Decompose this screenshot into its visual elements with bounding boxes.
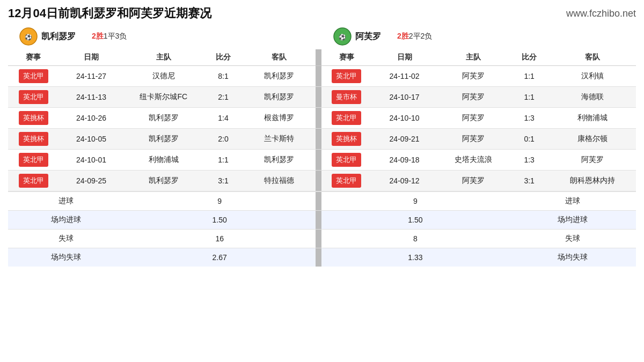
- avg-goals-row: 场均进球 1.50 1.50 场均进球: [8, 211, 636, 230]
- right-league-badge: 英挑杯: [321, 129, 372, 150]
- left-league-label: 英北甲: [19, 90, 48, 104]
- right-team-icon: ⚽: [333, 27, 352, 46]
- right-score: 1:1: [509, 66, 549, 87]
- right-league-label: 英北甲: [332, 111, 361, 125]
- left-score: 3:1: [203, 171, 243, 191]
- right-date: 24-11-02: [372, 66, 437, 87]
- right-conceded-value: 8: [321, 230, 509, 248]
- left-avg-conceded-label: 场均失球: [8, 248, 124, 267]
- left-league-label: 英北甲: [19, 174, 48, 188]
- right-goals-label: 进球: [509, 192, 636, 211]
- left-league-label: 英挑杯: [19, 132, 48, 146]
- row-divider: [316, 108, 321, 129]
- stats-divider3: [316, 230, 321, 248]
- table-row: 英北甲 24-11-27 汉德尼 8:1 凯利瑟罗 英北甲 24-11-02 阿…: [8, 66, 636, 87]
- left-home: 利物浦城: [124, 150, 203, 171]
- right-date: 24-09-12: [372, 171, 437, 191]
- right-league-label: 英北甲: [332, 153, 361, 167]
- left-score: 1:1: [203, 150, 243, 171]
- website-url: www.fczhibo.net: [566, 8, 636, 19]
- right-away: 阿芙罗: [549, 150, 636, 171]
- right-score: 3:1: [509, 171, 549, 191]
- col-header-right-date: 日期: [372, 49, 437, 66]
- left-avg-goals-value: 1.50: [124, 211, 316, 230]
- svg-text:⚽: ⚽: [25, 33, 32, 41]
- table-row: 英北甲 24-11-13 纽卡斯尔城FC 2:1 凯利瑟罗 曼市杯 24-10-…: [8, 87, 636, 108]
- left-team-record: 2胜1平3负: [92, 32, 127, 41]
- right-league-badge: 英北甲: [321, 66, 372, 87]
- right-team-name: 阿芙罗: [355, 31, 381, 42]
- col-header-left-date: 日期: [58, 49, 123, 66]
- left-score: 2:0: [203, 129, 243, 150]
- right-away: 利物浦城: [549, 108, 636, 129]
- left-record-lose: 3负: [115, 32, 127, 40]
- right-home: 阿芙罗: [437, 66, 509, 87]
- table-header-row: 赛事 日期 主队 比分 客队 赛事 日期 主队 比分 客队: [8, 49, 636, 66]
- col-header-right-league: 赛事: [321, 49, 372, 66]
- right-avg-conceded-label: 场均失球: [509, 248, 636, 267]
- left-team-icon: ⚽: [19, 27, 38, 46]
- right-league-label: 曼市杯: [332, 90, 361, 104]
- right-avg-goals-label: 场均进球: [509, 211, 636, 230]
- right-date: 24-10-10: [372, 108, 437, 129]
- col-header-right-score: 比分: [509, 49, 549, 66]
- right-away: 朗科恩林内持: [549, 171, 636, 191]
- svg-text:⚽: ⚽: [339, 33, 346, 41]
- header: 12月04日前凯利瑟罗和阿芙罗近期赛况 www.fczhibo.net: [8, 5, 636, 21]
- goals-row: 进球 9 9 进球: [8, 192, 636, 211]
- matches-table: 赛事 日期 主队 比分 客队 赛事 日期 主队 比分 客队 英北甲 24-11-…: [8, 49, 636, 191]
- left-league-badge: 英北甲: [8, 87, 58, 108]
- left-goals-value: 9: [124, 192, 316, 211]
- right-avg-conceded-value: 1.33: [321, 248, 509, 267]
- right-league-badge: 英北甲: [321, 171, 372, 191]
- avg-conceded-row: 场均失球 2.67 1.33 场均失球: [8, 248, 636, 267]
- left-home: 汉德尼: [124, 66, 203, 87]
- col-header-right-away: 客队: [549, 49, 636, 66]
- table-row: 英挑杯 24-10-05 凯利瑟罗 2:0 兰卡斯特 英挑杯 24-09-21 …: [8, 129, 636, 150]
- right-score: 1:3: [509, 108, 549, 129]
- left-score: 1:4: [203, 108, 243, 129]
- col-header-right-home: 主队: [437, 49, 509, 66]
- left-home: 凯利瑟罗: [124, 129, 203, 150]
- stats-divider1: [316, 192, 321, 211]
- left-away: 根兹博罗: [243, 108, 316, 129]
- left-home: 纽卡斯尔城FC: [124, 87, 203, 108]
- left-league-label: 英北甲: [19, 153, 48, 167]
- right-goals-value: 9: [321, 192, 509, 211]
- left-score: 2:1: [203, 87, 243, 108]
- left-record-win: 2胜: [92, 32, 104, 40]
- left-record-draw: 1平: [104, 32, 115, 40]
- left-score: 8:1: [203, 66, 243, 87]
- conceded-row: 失球 16 8 失球: [8, 230, 636, 248]
- right-team-header: ⚽ 阿芙罗 2胜2平2负: [322, 27, 636, 46]
- right-league-badge: 英北甲: [321, 150, 372, 171]
- left-date: 24-11-13: [58, 87, 123, 108]
- left-home: 凯利瑟罗: [124, 171, 203, 191]
- left-away: 凯利瑟罗: [243, 66, 316, 87]
- page-title: 12月04日前凯利瑟罗和阿芙罗近期赛况: [8, 5, 211, 21]
- right-avg-goals-value: 1.50: [321, 211, 509, 230]
- right-record-draw: 2平: [409, 32, 421, 40]
- right-date: 24-09-18: [372, 150, 437, 171]
- left-away: 兰卡斯特: [243, 129, 316, 150]
- stats-divider4: [316, 248, 321, 267]
- right-league-label: 英北甲: [332, 69, 361, 83]
- left-date: 24-09-25: [58, 171, 123, 191]
- stats-table: 进球 9 9 进球 场均进球 1.50 1.50 场均进球 失球 16 8 失球: [8, 191, 636, 267]
- right-away: 海德联: [549, 87, 636, 108]
- stats-divider2: [316, 211, 321, 230]
- row-divider: [316, 87, 321, 108]
- left-avg-goals-label: 场均进球: [8, 211, 124, 230]
- right-home: 史塔夫流浪: [437, 150, 509, 171]
- right-score: 1:3: [509, 150, 549, 171]
- left-away: 凯利瑟罗: [243, 150, 316, 171]
- right-date: 24-09-21: [372, 129, 437, 150]
- right-away: 汉利镇: [549, 66, 636, 87]
- left-date: 24-11-27: [58, 66, 123, 87]
- right-league-label: 英北甲: [332, 174, 361, 188]
- row-divider: [316, 66, 321, 87]
- left-league-badge: 英北甲: [8, 171, 58, 191]
- left-date: 24-10-05: [58, 129, 123, 150]
- left-league-badge: 英北甲: [8, 150, 58, 171]
- left-home: 凯利瑟罗: [124, 108, 203, 129]
